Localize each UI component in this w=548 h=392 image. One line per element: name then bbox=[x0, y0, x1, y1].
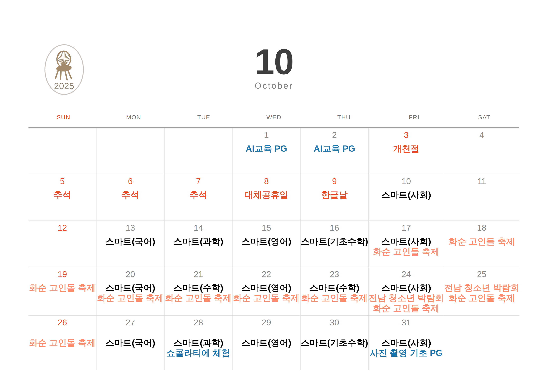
calendar-event: 스마트(영어) bbox=[232, 283, 300, 293]
calendar-event: AI교육 PG bbox=[232, 144, 300, 153]
calendar-cell-3: 3개천절 bbox=[369, 128, 444, 174]
date-number: 29 bbox=[232, 318, 300, 327]
date-number: 5 bbox=[28, 177, 96, 186]
date-number: 9 bbox=[301, 177, 368, 186]
calendar-event: 대체공휴일 bbox=[232, 190, 300, 200]
calendar-event: 전남 청소년 박람회 bbox=[444, 283, 519, 293]
month-number: 10 bbox=[28, 45, 519, 78]
event-list: 스마트(과학)쇼콜라티에 체험 bbox=[164, 338, 232, 358]
calendar-event: 스마트(사회) bbox=[369, 190, 444, 200]
calendar-cell-9: 9한글날 bbox=[301, 174, 369, 221]
calendar-event: 화순 고인돌 축제 bbox=[28, 283, 96, 293]
calendar-event: 전남 청소년 박람회 bbox=[369, 293, 444, 303]
weekday-thu: THU bbox=[309, 114, 379, 120]
calendar-cell-4: 4 bbox=[444, 128, 519, 174]
calendar-event: 화순 고인돌 축제 bbox=[444, 237, 519, 246]
calendar-cell-17: 17스마트(사회)화순 고인돌 축제 bbox=[369, 221, 444, 267]
event-list: 추석 bbox=[164, 190, 232, 200]
date-number: 22 bbox=[232, 270, 300, 279]
event-list: 스마트(영어)화순 고인돌 축제 bbox=[232, 283, 300, 303]
event-list: 스마트(국어) bbox=[97, 237, 164, 246]
date-number: 7 bbox=[164, 177, 232, 186]
event-list: 스마트(사회) bbox=[369, 190, 444, 200]
event-list: 화순 고인돌 축제 bbox=[444, 237, 519, 246]
calendar-event: 한글날 bbox=[301, 190, 368, 200]
event-list: 스마트(수학)화순 고인돌 축제 bbox=[301, 283, 368, 303]
calendar-cell-6: 6추석 bbox=[97, 174, 164, 221]
calendar-cell-16: 16스마트(기초수학) bbox=[301, 221, 369, 267]
calendar-cell-14: 14스마트(과학) bbox=[164, 221, 232, 267]
calendar-event: 화순 고인돌 축제 bbox=[369, 247, 444, 256]
date-number: 1 bbox=[232, 131, 300, 139]
calendar-event: 스마트(영어) bbox=[232, 237, 300, 246]
calendar-event: 화순 고인돌 축제 bbox=[444, 293, 519, 303]
calendar-cell-30: 30스마트(기초수학) bbox=[301, 315, 369, 370]
date-number: 12 bbox=[28, 224, 96, 232]
calendar-cell-26: 26화순 고인돌 축제 bbox=[28, 315, 97, 370]
month-name: October bbox=[28, 81, 519, 91]
event-list: 화순 고인돌 축제 bbox=[28, 283, 96, 293]
calendar-event: 화순 고인돌 축제 bbox=[28, 338, 96, 348]
calendar-event: 스마트(사회) bbox=[369, 338, 444, 348]
calendar-cell-18: 18화순 고인돌 축제 bbox=[444, 221, 519, 267]
calendar-event: 스마트(수학) bbox=[301, 283, 368, 293]
date-number: 16 bbox=[301, 224, 368, 232]
calendar-cell-12: 12 bbox=[28, 221, 97, 267]
calendar-cell-24: 24스마트(사회)전남 청소년 박람회화순 고인돌 축제 bbox=[369, 267, 444, 315]
event-list: 스마트(기초수학) bbox=[301, 338, 368, 348]
calendar-cell-27: 27스마트(국어) bbox=[97, 315, 164, 370]
calendar-cell-empty bbox=[444, 315, 519, 370]
calendar-cell-empty bbox=[97, 128, 164, 174]
calendar-event: 화순 고인돌 축제 bbox=[369, 303, 444, 313]
calendar-cell-21: 21스마트(수학)화순 고인돌 축제 bbox=[164, 267, 232, 315]
calendar-event: 스마트(국어) bbox=[97, 237, 164, 246]
calendar-cell-8: 8대체공휴일 bbox=[232, 174, 301, 221]
event-list: 스마트(사회)화순 고인돌 축제 bbox=[369, 237, 444, 256]
calendar-cell-29: 29스마트(영어) bbox=[232, 315, 301, 370]
event-list: 스마트(국어) bbox=[97, 338, 164, 348]
calendar-event: 스마트(수학) bbox=[164, 283, 232, 293]
event-list: 스마트(과학) bbox=[164, 237, 232, 246]
calendar-event: 개천절 bbox=[369, 144, 444, 153]
weekday-tue: TUE bbox=[169, 114, 239, 120]
calendar-cell-13: 13스마트(국어) bbox=[97, 221, 164, 267]
date-number: 26 bbox=[28, 318, 96, 327]
event-list: 스마트(국어)화순 고인돌 축제 bbox=[97, 283, 164, 303]
date-number: 27 bbox=[97, 318, 164, 327]
event-list: 스마트(영어) bbox=[232, 338, 300, 348]
date-number: 21 bbox=[164, 270, 232, 279]
weekday-sat: SAT bbox=[449, 114, 519, 120]
calendar-cell-empty bbox=[28, 128, 97, 174]
calendar-cell-5: 5추석 bbox=[28, 174, 97, 221]
date-number: 8 bbox=[232, 177, 300, 186]
date-number: 24 bbox=[369, 270, 444, 279]
calendar-event: 화순 고인돌 축제 bbox=[164, 293, 232, 303]
calendar-cell-10: 10스마트(사회) bbox=[369, 174, 444, 221]
event-list: 스마트(사회)전남 청소년 박람회화순 고인돌 축제 bbox=[369, 283, 444, 313]
date-number: 2 bbox=[301, 131, 368, 139]
calendar-cell-20: 20스마트(국어)화순 고인돌 축제 bbox=[97, 267, 164, 315]
calendar-cell-28: 28스마트(과학)쇼콜라티에 체험 bbox=[164, 315, 232, 370]
date-number: 30 bbox=[301, 318, 368, 327]
date-number: 31 bbox=[369, 318, 444, 327]
calendar-cell-2: 2AI교육 PG bbox=[301, 128, 369, 174]
calendar-event: 추석 bbox=[28, 190, 96, 200]
date-number: 6 bbox=[97, 177, 164, 186]
event-list: 한글날 bbox=[301, 190, 368, 200]
date-number: 11 bbox=[444, 177, 519, 186]
date-number: 25 bbox=[444, 270, 519, 279]
date-number: 17 bbox=[369, 224, 444, 232]
calendar-page: { "logo": { "year": "2025" }, "header": … bbox=[0, 0, 548, 392]
date-number: 13 bbox=[97, 224, 164, 232]
date-number: 19 bbox=[28, 270, 96, 279]
calendar-cell-7: 7추석 bbox=[164, 174, 232, 221]
calendar-event: 쇼콜라티에 체험 bbox=[164, 348, 232, 358]
calendar-event: 추석 bbox=[97, 190, 164, 200]
calendar-event: 화순 고인돌 축제 bbox=[232, 293, 300, 303]
weekday-row: SUNMONTUEWEDTHUFRISAT bbox=[28, 114, 519, 120]
calendar-event: 추석 bbox=[164, 190, 232, 200]
event-list: 스마트(기초수학) bbox=[301, 237, 368, 246]
calendar-cell-22: 22스마트(영어)화순 고인돌 축제 bbox=[232, 267, 301, 315]
calendar-event: 스마트(과학) bbox=[164, 338, 232, 348]
event-list: 개천절 bbox=[369, 144, 444, 153]
